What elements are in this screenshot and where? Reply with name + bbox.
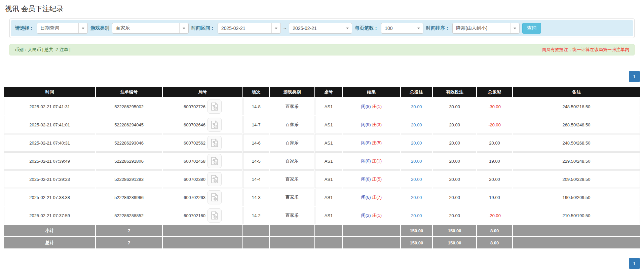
- time-sort-select[interactable]: 降冪(由大到小): [452, 23, 520, 34]
- subtotal-label: 小计: [4, 225, 95, 236]
- bet-id: 522286295002: [96, 98, 162, 115]
- subtotal-count: 7: [96, 225, 162, 236]
- chevron-down-icon: [179, 23, 188, 33]
- game-category-select[interactable]: 百家乐: [112, 23, 189, 34]
- payout: 19.00: [477, 152, 512, 170]
- subtotal-total-bet: 150.00: [401, 225, 432, 236]
- video-file-icon: [210, 138, 219, 148]
- col-total-bet: 总投注: [401, 87, 432, 97]
- game-category: 百家乐: [270, 116, 314, 133]
- video-replay-button[interactable]: [207, 136, 222, 150]
- summary-currency-count: 币别：人民币 | 总共 :7 注单 |: [15, 47, 71, 53]
- video-file-icon: [210, 120, 219, 129]
- video-replay-button[interactable]: [207, 208, 222, 223]
- search-button[interactable]: 查询: [522, 23, 541, 34]
- result-cell: 闲(8) 庄(5): [343, 170, 400, 188]
- total-bet-link[interactable]: 20.00: [411, 213, 422, 218]
- table-number: AS1: [315, 170, 342, 188]
- bet-id: 522286289966: [96, 189, 162, 206]
- bet-time: 2025-02-21 07:40:31: [4, 134, 95, 152]
- round-cell: 600702160: [163, 207, 243, 224]
- round-id: 600702160: [184, 213, 205, 218]
- video-replay-button[interactable]: [207, 190, 222, 204]
- session: 14-7: [243, 116, 269, 133]
- game-category: 百家乐: [270, 134, 314, 152]
- video-file-icon: [210, 211, 219, 220]
- page-1-button[interactable]: 1: [629, 71, 640, 82]
- page-1-button[interactable]: 1: [629, 258, 640, 269]
- chevron-down-icon: [414, 23, 423, 33]
- page-size-select[interactable]: 100: [381, 23, 423, 34]
- col-result: 结果: [343, 87, 400, 97]
- valid-bet: 20.00: [433, 170, 476, 188]
- result-banker: 庄(1): [372, 213, 382, 218]
- game-category: 百家乐: [270, 98, 314, 115]
- note: 209.50/229.50: [513, 170, 640, 188]
- payout: -20.00: [477, 116, 512, 133]
- bet-id: 522286293046: [96, 134, 162, 152]
- game-category: 百家乐: [270, 189, 314, 206]
- summary-bar: 币别：人民币 | 总共 :7 注单 | 同局有效投注，统一计算在该局第一张注单内: [9, 44, 635, 55]
- result-banker: 庄(7): [372, 195, 382, 200]
- result-cell: 闲(0) 庄(1): [343, 152, 400, 170]
- valid-bet: 20.00: [433, 207, 476, 224]
- bet-time: 2025-02-21 07:38:38: [4, 189, 95, 206]
- valid-bet: 20.00: [433, 189, 476, 206]
- query-type-value: 日期查询: [37, 25, 59, 31]
- chevron-down-icon: [78, 23, 87, 33]
- video-file-icon: [210, 102, 219, 111]
- valid-bet: 20.00: [433, 152, 476, 170]
- pagination-top: 1: [4, 71, 640, 82]
- round-id: 600702726: [184, 104, 205, 109]
- total-bet-link[interactable]: 20.00: [411, 141, 422, 146]
- chevron-down-icon: [271, 23, 280, 33]
- total-bet-link[interactable]: 30.00: [411, 104, 422, 109]
- game-category: 百家乐: [270, 207, 314, 224]
- bet-records-table: 时间 注单编号 局号 场次 游戏类别 桌号 结果 总投注 有效投注 总派彩 备注…: [3, 86, 641, 249]
- video-replay-button[interactable]: [207, 118, 222, 132]
- table-number: AS1: [315, 189, 342, 206]
- total-payout: 8.00: [477, 237, 512, 248]
- session: 14-5: [243, 152, 269, 170]
- result-player: 闲(9): [361, 122, 371, 127]
- table-number: AS1: [315, 116, 342, 133]
- col-valid-bet: 有效投注: [433, 87, 476, 97]
- video-replay-button[interactable]: [207, 154, 222, 168]
- total-row: 总计 7 150.00 150.00 8.00: [4, 237, 640, 248]
- total-bet-link[interactable]: 20.00: [411, 122, 422, 127]
- payout: 20.00: [477, 134, 512, 152]
- query-type-select[interactable]: 日期查询: [37, 23, 88, 34]
- total-bet-link[interactable]: 20.00: [411, 159, 422, 164]
- date-to-value: 2025-02-21: [289, 26, 317, 31]
- date-from-select[interactable]: 2025-02-21: [218, 23, 281, 34]
- video-replay-button[interactable]: [207, 172, 222, 186]
- round-cell: 600702562: [163, 134, 243, 152]
- total-bet-link[interactable]: 20.00: [411, 195, 422, 200]
- result-banker: 庄(3): [372, 122, 382, 127]
- col-time: 时间: [4, 87, 95, 97]
- video-file-icon: [210, 156, 219, 166]
- total-bet-link[interactable]: 20.00: [411, 177, 422, 182]
- round-id: 600702562: [184, 141, 205, 146]
- total-total-bet: 150.00: [401, 237, 432, 248]
- valid-bet: 20.00: [433, 116, 476, 133]
- round-id: 600702458: [184, 159, 205, 164]
- result-banker: 庄(5): [372, 140, 382, 145]
- table-number: AS1: [315, 152, 342, 170]
- bet-time: 2025-02-21 07:41:01: [4, 116, 95, 133]
- time-sort-label: 时间排序：: [426, 25, 450, 31]
- table-row: 2025-02-21 07:41:31 522286295002 6007027…: [4, 98, 640, 115]
- date-to-select[interactable]: 2025-02-21: [289, 23, 352, 34]
- game-category-label: 游戏类别: [90, 25, 109, 31]
- video-file-icon: [210, 174, 219, 184]
- result-banker: 庄(5): [372, 176, 382, 182]
- round-id: 600702263: [184, 195, 205, 200]
- date-from-value: 2025-02-21: [218, 26, 245, 31]
- round-id: 600702380: [184, 177, 205, 182]
- video-replay-button[interactable]: [207, 100, 222, 114]
- result-banker: 庄(1): [372, 104, 382, 109]
- table-header-row: 时间 注单编号 局号 场次 游戏类别 桌号 结果 总投注 有效投注 总派彩 备注: [4, 87, 640, 97]
- result-player: 闲(8): [361, 176, 371, 182]
- bet-id: 522286291283: [96, 170, 162, 188]
- filter-panel: 请选择： 日期查询 游戏类别 百家乐 时间区间： 2025-02-21 ~ 20…: [9, 18, 635, 38]
